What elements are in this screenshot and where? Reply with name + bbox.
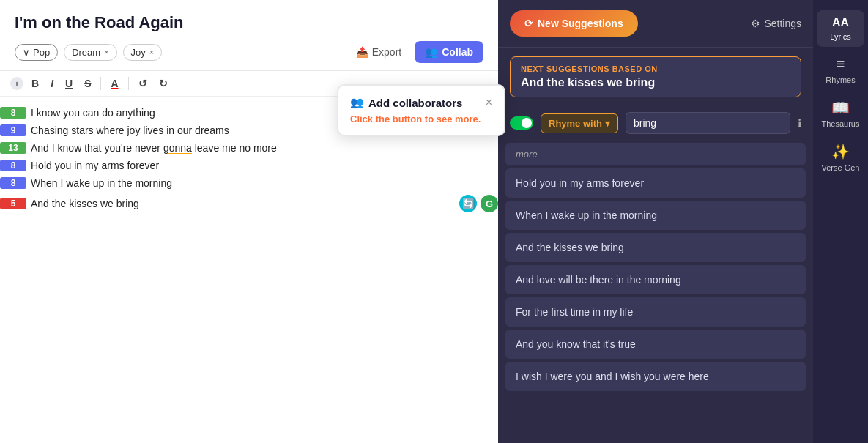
italic-label: I [51, 78, 53, 89]
line-score-1: 8 [0, 107, 26, 119]
list-item[interactable]: And you know that it's true [505, 330, 806, 359]
tooltip-title-text: Add collaborators [368, 97, 462, 109]
editor-panel: I'm on the Road Again ∨ Pop Dream × Joy … [0, 0, 498, 443]
sidebar-item-label: Verse Gen [822, 163, 860, 172]
tag-joy-label: Joy [131, 47, 146, 58]
bold-label: B [31, 78, 39, 89]
export-icon: 📤 [356, 46, 368, 58]
suggestions-header: ⟳ New Suggestions ⚙ Settings [498, 0, 813, 48]
line-text-6[interactable]: And the kisses we bring [31, 198, 453, 209]
info-icon[interactable]: i [10, 77, 23, 90]
table-row: 8 Hold you in my arms forever [0, 157, 498, 174]
based-on-label: Next suggestions based on [521, 64, 790, 73]
rhyme-select[interactable]: Rhyme with ▾ [541, 113, 618, 133]
thesaurus-icon: 📖 [831, 99, 850, 116]
line-text-4[interactable]: Hold you in my arms forever [31, 160, 498, 171]
right-sidebar: AA Lyrics ≡ Rhymes 📖 Thesaurus ✨ Verse G… [813, 0, 868, 443]
tag-dream-close[interactable]: × [104, 48, 108, 56]
line-score-2: 9 [0, 124, 26, 136]
based-on-phrase: And the kisses we bring [521, 76, 790, 89]
tag-joy-close[interactable]: × [149, 48, 154, 56]
suggestions-list: more Hold you in my arms forever When I … [498, 143, 813, 443]
table-row: 8 When I wake up in the morning [0, 174, 498, 192]
genre-tag[interactable]: ∨ Pop [15, 44, 58, 61]
font-color-button[interactable]: A [107, 75, 122, 92]
suggestions-based-on: Next suggestions based on And the kisses… [510, 56, 801, 97]
new-suggestions-icon: ⟳ [524, 18, 533, 29]
lyrics-icon: AA [832, 16, 849, 29]
strikethrough-button[interactable]: S [81, 75, 94, 92]
export-label: Export [372, 46, 401, 58]
toolbar: B I U S A ↺ ↻ [28, 75, 171, 92]
sidebar-item-label: Rhymes [826, 75, 855, 84]
list-item[interactable]: And the kisses we bring [505, 233, 806, 262]
underline-label: U [65, 78, 73, 89]
settings-label: Settings [764, 18, 801, 29]
tag-dream: Dream × [64, 44, 116, 61]
underline-button[interactable]: U [62, 75, 76, 92]
rhyme-toggle[interactable] [510, 116, 533, 130]
toggle-knob [522, 118, 532, 128]
new-suggestions-label: New Suggestions [538, 18, 623, 29]
rhyme-select-label: Rhyme with [549, 118, 602, 129]
tags-and-actions: ∨ Pop Dream × Joy × 📤 Export 👥 [15, 41, 483, 63]
tooltip-title: 👥 Add collaborators [350, 96, 462, 109]
editor-title: I'm on the Road Again [15, 13, 483, 32]
list-item[interactable]: For the first time in my life [505, 297, 806, 327]
line-score-3: 13 [0, 142, 26, 154]
right-panel: ⟳ New Suggestions ⚙ Settings Next sugges… [498, 0, 868, 443]
tooltip-header: 👥 Add collaborators × [350, 96, 492, 109]
line-text-5[interactable]: When I wake up in the morning [31, 177, 498, 189]
genre-label: Pop [33, 47, 50, 58]
list-item[interactable]: And love will be there in the morning [505, 265, 806, 294]
sidebar-item-label: Lyrics [830, 32, 850, 41]
settings-button[interactable]: ⚙ Settings [751, 18, 801, 29]
tooltip-icon: 👥 [350, 96, 364, 109]
chevron-down-icon: ∨ [23, 47, 30, 58]
tag-joy: Joy × [123, 44, 163, 61]
line-text-3[interactable]: And I know that you're never gonna leave… [31, 142, 498, 154]
undo-button[interactable]: ↺ [135, 75, 151, 92]
undo-label: ↺ [138, 78, 147, 89]
sidebar-item-versegen[interactable]: ✨ Verse Gen [817, 137, 864, 178]
lines-area: 8 I know you can do anything 9 Chasing s… [0, 97, 498, 443]
strikethrough-label: S [84, 78, 91, 89]
editor-actions: 📤 Export 👥 Collab [350, 41, 483, 63]
collab-tooltip: 👥 Add collaborators × Click the button t… [337, 84, 505, 136]
rhyme-select-chevron: ▾ [605, 118, 610, 129]
list-item[interactable]: I wish I were you and I wish you were he… [505, 362, 806, 391]
suggestions-panel: ⟳ New Suggestions ⚙ Settings Next sugges… [498, 0, 813, 443]
tooltip-close-button[interactable]: × [486, 96, 492, 109]
rhymes-icon: ≡ [837, 56, 845, 72]
redo-label: ↻ [159, 78, 168, 89]
sidebar-item-lyrics[interactable]: AA Lyrics [817, 10, 864, 47]
grammarly-icon[interactable]: G [481, 195, 498, 212]
sidebar-item-rhymes[interactable]: ≡ Rhymes [817, 50, 864, 90]
rhyme-info-icon[interactable]: ℹ [798, 117, 801, 129]
collab-icon: 👥 [425, 46, 437, 58]
italic-button[interactable]: I [47, 75, 57, 92]
rhyme-control: Rhyme with ▾ ℹ [498, 106, 813, 140]
editor-header: I'm on the Road Again ∨ Pop Dream × Joy … [0, 0, 498, 71]
table-row: 13 And I know that you're never gonna le… [0, 139, 498, 157]
line-score-5: 8 [0, 177, 26, 189]
line-icons: 🔄 G [459, 195, 498, 212]
redo-button[interactable]: ↻ [155, 75, 171, 92]
export-button[interactable]: 📤 Export [350, 42, 407, 62]
sync-icon[interactable]: 🔄 [459, 195, 477, 212]
bold-button[interactable]: B [28, 75, 42, 92]
toolbar-divider [100, 77, 101, 90]
list-item[interactable]: Hold you in my arms forever [505, 168, 806, 198]
new-suggestions-button[interactable]: ⟳ New Suggestions [510, 10, 638, 37]
tag-dream-label: Dream [72, 47, 100, 58]
list-item[interactable]: When I wake up in the morning [505, 201, 806, 230]
collab-button[interactable]: 👥 Collab [415, 41, 483, 63]
sidebar-item-thesaurus[interactable]: 📖 Thesaurus [817, 93, 864, 134]
sidebar-item-label: Thesaurus [822, 119, 860, 128]
rhyme-input[interactable] [626, 112, 790, 134]
settings-gear-icon: ⚙ [751, 18, 760, 29]
font-color-label: A [111, 78, 118, 89]
versegen-icon: ✨ [831, 143, 850, 160]
editor-tags: ∨ Pop Dream × Joy × [15, 44, 162, 61]
more-indicator: more [505, 143, 806, 165]
